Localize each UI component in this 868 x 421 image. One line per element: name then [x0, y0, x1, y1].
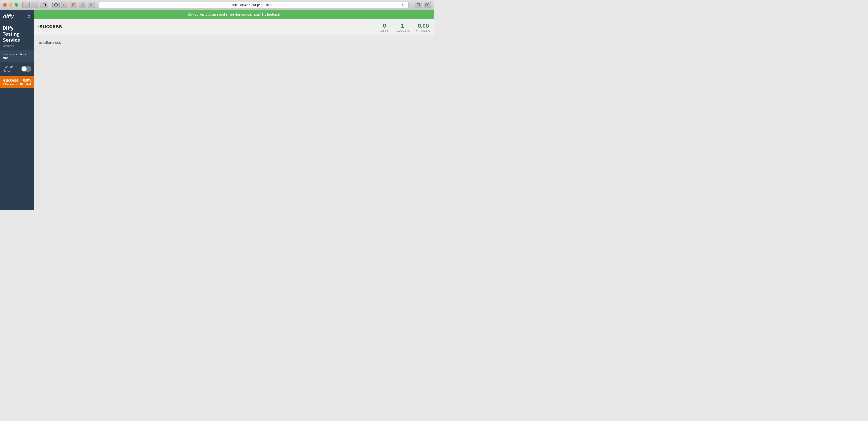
service-name: Diffy Testing Service	[3, 25, 31, 43]
requests-label: REQUESTS	[395, 29, 410, 32]
settings-icon[interactable]: ⚙	[27, 14, 31, 19]
endpoint-requests: 1 Requests	[3, 83, 17, 86]
diffs-stat: 0 DIFFS	[380, 23, 389, 32]
svg-text:i: i	[56, 4, 56, 6]
service-env: unknown	[3, 44, 31, 47]
ext-shield-button[interactable]	[61, 2, 68, 8]
endpoint-name: -success	[3, 78, 18, 82]
exclude-noise-label: Exclude Noise	[3, 65, 21, 72]
diffs-value: 0	[380, 23, 389, 29]
titlebar: ‹ › ⊟ i A localhost:3000/#/ep/-success ↻	[0, 0, 434, 10]
endpoint-item-bottom: 1 Requests FAILING	[3, 83, 31, 86]
url-text: localhost:3000/#/ep/-success	[102, 3, 401, 7]
back-button[interactable]: ‹	[22, 2, 30, 8]
diffs-label: DIFFS	[380, 29, 389, 32]
banner: Do you want to save and share this compa…	[34, 10, 434, 19]
split-view-button[interactable]	[424, 2, 431, 8]
content-stats: 0 DIFFS 1 REQUESTS 0.00 % FAILING	[380, 23, 430, 32]
content-header: -success 0 DIFFS 1 REQUESTS 0.00 % FAILI…	[34, 19, 434, 35]
share-icon	[416, 3, 420, 7]
ext-adblock-button[interactable]: A	[79, 2, 86, 8]
adblock-icon: A	[81, 3, 84, 7]
titlebar-right-buttons	[415, 2, 431, 8]
shield-icon	[63, 3, 67, 7]
sidebar-header: diffy ⚙	[0, 10, 34, 22]
content-body: No differences	[34, 35, 434, 210]
toggle-knob	[22, 66, 27, 71]
no-differences-message: No differences	[37, 41, 61, 205]
svg-rect-7	[426, 4, 427, 6]
sidebar-icon: ⊟	[42, 2, 46, 7]
info-icon: i	[54, 3, 58, 7]
isotope-link[interactable]: Isotope	[267, 12, 279, 16]
sidebar-service: Diffy Testing Service unknown	[0, 22, 34, 50]
window-controls	[3, 3, 18, 7]
svg-text:A: A	[82, 4, 83, 6]
failing-stat: 0.00 % FAILING	[416, 23, 430, 32]
svg-rect-6	[417, 4, 420, 6]
svg-rect-5	[90, 5, 92, 6]
pocket-icon	[72, 3, 75, 7]
endpoint-item[interactable]: -success 0.0% 1 Requests FAILING	[0, 75, 34, 88]
minimize-button[interactable]	[9, 3, 12, 7]
sidebar-toggle-button[interactable]: ⊟	[40, 2, 48, 8]
svg-rect-2	[72, 4, 75, 6]
endpoint-failing: FAILING	[20, 83, 31, 86]
banner-text: Do you want to save and share this compa…	[188, 12, 267, 16]
share-button[interactable]	[415, 2, 422, 8]
ext-info-button[interactable]: i	[52, 2, 60, 8]
forward-button[interactable]: ›	[31, 2, 38, 8]
sidebar-reset-info: Last reset an hour ago	[0, 50, 34, 62]
maximize-button[interactable]	[14, 3, 18, 7]
content-title: -success	[37, 23, 62, 30]
requests-stat: 1 REQUESTS	[395, 23, 410, 32]
failing-value: 0.00	[416, 23, 430, 29]
main-content: Do you want to save and share this compa…	[34, 10, 434, 210]
endpoint-pct: 0.0%	[23, 78, 31, 82]
forward-icon: ›	[34, 3, 35, 7]
back-icon: ‹	[25, 3, 26, 7]
close-button[interactable]	[3, 3, 7, 7]
app-logo: diffy	[3, 13, 14, 20]
reset-prefix: Last reset	[3, 53, 16, 56]
failing-label: % FAILING	[416, 29, 430, 32]
exclude-noise-row: Exclude Noise	[0, 62, 34, 75]
nav-controls: ‹ ›	[22, 2, 38, 8]
endpoint-item-top: -success 0.0%	[3, 78, 31, 82]
lock-icon	[89, 3, 93, 7]
svg-rect-8	[428, 4, 429, 6]
split-view-icon	[426, 3, 429, 7]
banner-suffix: !	[279, 12, 280, 16]
app-container: diffy ⚙ Diffy Testing Service unknown La…	[0, 10, 434, 210]
extension-buttons: i A	[52, 2, 95, 8]
sidebar: diffy ⚙ Diffy Testing Service unknown La…	[0, 10, 34, 210]
reload-button[interactable]: ↻	[401, 3, 406, 7]
url-bar[interactable]: localhost:3000/#/ep/-success ↻	[99, 2, 409, 8]
requests-value: 1	[395, 23, 410, 29]
ext-pocket-button[interactable]	[70, 2, 77, 8]
ext-lock-button[interactable]	[88, 2, 95, 8]
exclude-noise-toggle[interactable]	[21, 66, 31, 72]
